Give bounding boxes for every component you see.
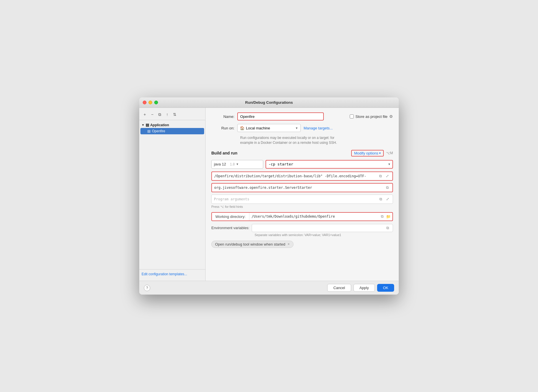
name-row: Name: Store as project file ⚙	[211, 112, 393, 120]
house-icon: 🏠	[240, 126, 244, 130]
cancel-button[interactable]: Cancel	[327, 284, 351, 292]
main-class-value: org.jivesoftware.openfire.starter.Server…	[214, 186, 312, 190]
sort-button[interactable]: ⇅	[172, 111, 178, 118]
footer-buttons: Cancel Apply OK	[327, 284, 394, 292]
shortcut-hint: ⌥M	[386, 151, 393, 155]
run-on-row: Run on: 🏠 Local machine ▼ Manage targets…	[211, 124, 393, 132]
jdk-select[interactable]: java 12 1.8 ▼	[211, 160, 263, 169]
help-button[interactable]: ?	[144, 285, 150, 291]
jdk-dropdown-arrow-icon: ▼	[236, 163, 239, 166]
env-row: Environment variables: ⧉	[211, 224, 393, 232]
env-copy-icon[interactable]: ⧉	[385, 225, 390, 231]
application-group-icon: ▤	[146, 123, 149, 127]
traffic-lights	[143, 101, 158, 104]
tag-area: Open run/debug tool window when started …	[211, 241, 393, 248]
main-class-copy-icon[interactable]: ⧉	[384, 185, 390, 191]
press-hint: Press ⌥ for field hints	[211, 205, 393, 209]
vm-options-expand-icon[interactable]: ⤢	[384, 173, 390, 179]
tag-close-button[interactable]: ×	[288, 242, 290, 246]
run-on-select[interactable]: 🏠 Local machine ▼	[237, 124, 301, 132]
env-hint: Separate variables with semicolon: VAR=v…	[255, 233, 393, 237]
env-label: Environment variables:	[211, 226, 249, 230]
application-group: ▼ ▤ Application ▤ Openfire	[139, 121, 205, 135]
section-title: Build and run	[211, 151, 237, 155]
run-on-label: Run on:	[211, 126, 237, 130]
manage-targets-link[interactable]: Manage targets...	[304, 126, 333, 130]
cp-value: -cp starter	[268, 162, 293, 166]
vm-options-copy-icon[interactable]: ⧉	[377, 173, 383, 179]
sidebar-footer: Edit configuration templates...	[139, 269, 205, 278]
sidebar: + − ⧉ ↑ ⇅ ▼ ▤ Application ▤ Openfire Edi…	[139, 108, 206, 281]
openfire-icon: ▤	[147, 129, 151, 133]
ok-button[interactable]: OK	[377, 284, 394, 292]
program-args-expand-icon[interactable]: ⤢	[385, 196, 390, 202]
info-line2: example in a Docker Container or on a re…	[240, 141, 337, 145]
vm-options-value: /Openfire/distribution/target/distributi…	[214, 174, 366, 178]
jdk-version-text: 1.8	[230, 162, 235, 166]
dialog-title: Run/Debug Configurations	[245, 100, 293, 105]
openfire-label: Openfire	[152, 129, 165, 133]
remove-config-button[interactable]: −	[149, 111, 155, 118]
vm-options-icons: ⧉ ⤢	[377, 173, 390, 179]
application-group-header[interactable]: ▼ ▤ Application	[139, 122, 205, 128]
section-header: Build and run Modify options ▾ ⌥M	[211, 150, 393, 157]
modify-options-button[interactable]: Modify options ▾	[351, 150, 384, 157]
tag-pill: Open run/debug tool window when started …	[211, 241, 294, 248]
working-dir-copy-icon[interactable]: ⧉	[379, 214, 385, 219]
collapse-arrow-icon: ▼	[142, 123, 144, 127]
program-args-placeholder: Program arguments	[214, 197, 249, 201]
maximize-button[interactable]	[154, 101, 158, 104]
store-checkbox-area: Store as project file ⚙	[350, 114, 393, 119]
run-on-chevron-icon: ▼	[295, 127, 298, 130]
info-text: Run configurations may be executed local…	[240, 135, 393, 145]
vm-options-field[interactable]: /Openfire/distribution/target/distributi…	[211, 171, 393, 181]
sidebar-toolbar: + − ⧉ ↑ ⇅	[139, 110, 205, 120]
right-panel: Name: Store as project file ⚙ Run on: 🏠 …	[206, 108, 399, 281]
working-dir-label: Working directory:	[212, 213, 249, 220]
program-args-field[interactable]: Program arguments ⧉ ⤢	[211, 195, 393, 204]
edit-templates-link[interactable]: Edit configuration templates...	[142, 272, 187, 276]
modify-options-label: Modify options	[354, 151, 378, 155]
sidebar-item-openfire[interactable]: ▤ Openfire	[140, 128, 204, 134]
move-up-button[interactable]: ↑	[164, 111, 170, 118]
title-bar: Run/Debug Configurations	[139, 97, 399, 108]
cp-select[interactable]: -cp starter ▼	[266, 160, 393, 169]
main-class-icons: ⧉	[384, 185, 390, 191]
env-input[interactable]: ⧉	[252, 224, 393, 232]
tag-label: Open run/debug tool window when started	[215, 242, 285, 246]
working-dir-value[interactable]: /Users/tmk/Downloads/githubdemo/Openfire	[249, 213, 378, 220]
run-debug-dialog: Run/Debug Configurations + − ⧉ ↑ ⇅ ▼ ▤ A…	[139, 97, 399, 295]
info-line1: Run configurations may be executed local…	[240, 136, 334, 140]
name-input[interactable]	[237, 112, 324, 120]
jdk-label: java 12	[214, 162, 226, 166]
dialog-footer: ? Cancel Apply OK	[139, 281, 399, 295]
working-dir-folder-icon[interactable]: 📁	[385, 214, 391, 219]
run-on-value: Local machine	[246, 126, 270, 130]
application-group-label: Application	[150, 123, 169, 127]
add-config-button[interactable]: +	[142, 111, 148, 118]
program-args-copy-icon[interactable]: ⧉	[378, 196, 383, 202]
jdk-hint	[227, 162, 228, 166]
gear-icon[interactable]: ⚙	[389, 114, 393, 119]
main-class-field[interactable]: org.jivesoftware.openfire.starter.Server…	[211, 183, 393, 192]
modify-options-chevron-icon: ▾	[379, 151, 381, 155]
store-label: Store as project file	[355, 114, 387, 119]
program-args-icons: ⧉ ⤢	[378, 196, 390, 202]
apply-button[interactable]: Apply	[353, 284, 375, 292]
jdk-cp-row: java 12 1.8 ▼ -cp starter ▼	[211, 160, 393, 169]
cp-dropdown-arrow-icon: ▼	[388, 163, 390, 166]
main-content: + − ⧉ ↑ ⇅ ▼ ▤ Application ▤ Openfire Edi…	[139, 108, 399, 281]
name-label: Name:	[211, 114, 237, 119]
store-checkbox[interactable]	[350, 114, 354, 118]
close-button[interactable]	[143, 101, 146, 104]
copy-config-button[interactable]: ⧉	[157, 111, 163, 118]
working-dir-row: Working directory: /Users/tmk/Downloads/…	[211, 212, 393, 221]
minimize-button[interactable]	[148, 101, 152, 104]
